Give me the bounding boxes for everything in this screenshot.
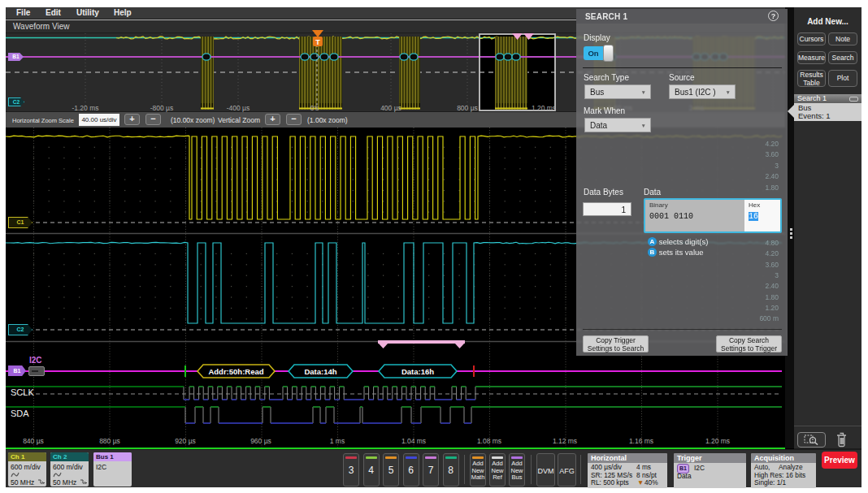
svg-text:Data:16h: Data:16h xyxy=(401,367,434,376)
svg-text:Addr:50h:Read: Addr:50h:Read xyxy=(208,367,263,376)
svg-text:Data:14h: Data:14h xyxy=(304,367,336,376)
svg-text:T: T xyxy=(315,38,320,46)
